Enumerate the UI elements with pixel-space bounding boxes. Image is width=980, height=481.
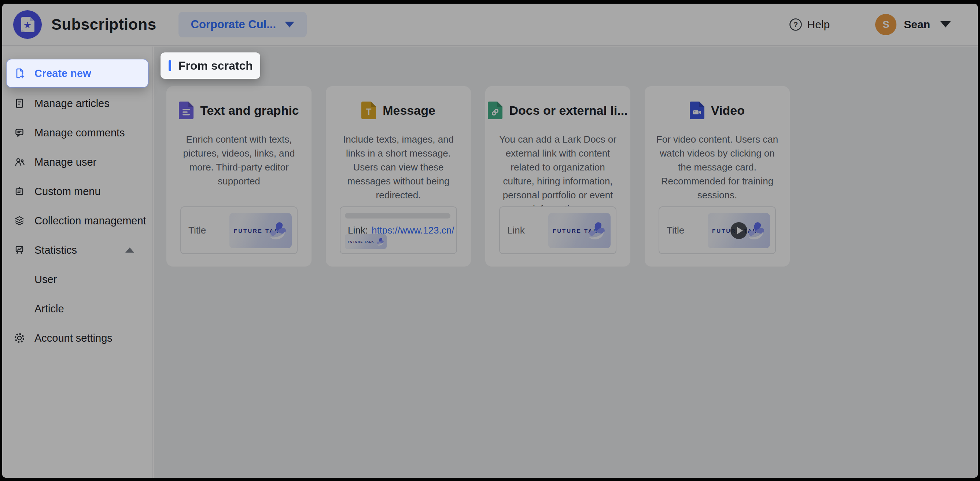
card-video[interactable]: Video For video content. Users can watch… — [645, 86, 790, 266]
preview-thumbnail-small: FUTURE TALK — [345, 234, 387, 249]
external-link-doc-icon — [488, 102, 503, 119]
help-button[interactable]: ? Help — [789, 18, 830, 31]
app-window: Subscriptions Corporate Cul... ? Help S … — [2, 4, 978, 478]
main-content: From scratch Text and graphic Enrich con… — [154, 46, 978, 478]
preview-thumbnail: FUTURE TALK — [708, 213, 770, 248]
layers-icon — [13, 215, 25, 227]
card-title: Docs or external li... — [509, 104, 627, 118]
preview-thumbnail: FUTURE TALK — [548, 213, 611, 248]
sidebar-item-statistics[interactable]: Statistics — [2, 236, 153, 265]
sidebar-item-account-settings[interactable]: Account settings — [2, 323, 153, 353]
card-message[interactable]: T Message Include texts, images, and lin… — [326, 86, 471, 266]
sidebar-item-label: Custom menu — [35, 185, 101, 197]
sidebar-item-statistics-article[interactable]: Article — [2, 294, 153, 323]
sidebar-item-label: Article — [35, 303, 64, 315]
card-header: Docs or external li... — [485, 102, 630, 119]
card-header: Video — [645, 102, 790, 119]
card-docs-or-external-link[interactable]: Docs or external li... You can add a Lar… — [485, 86, 630, 266]
preview-thumbnail: FUTURE TALK — [229, 213, 292, 248]
butterfly-logo-icon — [374, 236, 386, 247]
avatar[interactable]: S — [875, 14, 896, 35]
sidebar-item-label: Manage articles — [35, 97, 110, 110]
brand-text: FUTURE TALK — [348, 240, 374, 244]
play-button-icon — [730, 222, 747, 239]
chevron-down-icon — [285, 22, 294, 27]
card-title: Video — [711, 104, 745, 118]
card-title: Message — [383, 104, 435, 118]
workspace-selector-button[interactable]: Corporate Cul... — [178, 12, 307, 37]
sidebar-item-label: Manage comments — [35, 127, 125, 139]
workspace-selector-label: Corporate Cul... — [191, 18, 276, 31]
card-title: Text and graphic — [200, 104, 299, 118]
sidebar-item-label: Create new — [35, 67, 91, 80]
page-title: Subscriptions — [51, 16, 156, 33]
sidebar-item-custom-menu[interactable]: Custom menu — [2, 177, 153, 206]
document-icon — [13, 97, 25, 110]
butterfly-logo-icon — [263, 218, 291, 243]
text-placeholder-bar — [345, 213, 450, 218]
users-icon — [13, 156, 25, 168]
text-graphic-doc-icon — [179, 102, 194, 119]
card-preview: Title FUTURE TALK — [659, 206, 776, 254]
user-name: Sean — [904, 18, 930, 31]
butterfly-logo-icon — [582, 218, 610, 243]
sidebar-item-manage-comments[interactable]: Manage comments — [2, 118, 153, 147]
sidebar-item-collection-management[interactable]: Collection management — [2, 206, 153, 236]
preview-field-label: Link — [507, 225, 525, 236]
sidebar-item-statistics-user[interactable]: User — [2, 265, 153, 294]
subscriptions-logo-icon — [13, 10, 42, 39]
topbar: Subscriptions Corporate Cul... ? Help S … — [2, 4, 978, 46]
gear-icon — [13, 332, 25, 344]
topbar-right: ? Help S Sean — [789, 14, 951, 35]
card-preview: Link FUTURE TALK — [499, 206, 616, 254]
card-grid: Text and graphic Enrich content with tex… — [166, 86, 790, 266]
sidebar-item-label: Account settings — [35, 332, 113, 344]
card-text-and-graphic[interactable]: Text and graphic Enrich content with tex… — [166, 86, 312, 266]
card-header: T Message — [326, 102, 471, 119]
card-description: Include texts, images, and links in a sh… — [337, 132, 460, 202]
sidebar-item-label: User — [35, 274, 57, 285]
doc-plus-icon — [13, 67, 25, 80]
card-description: Enrich content with texts, pictures, vid… — [177, 132, 301, 188]
svg-text:?: ? — [793, 21, 797, 29]
section-accent-bar — [169, 60, 171, 71]
sidebar-item-label: Collection management — [35, 215, 146, 227]
sidebar-item-manage-articles[interactable]: Manage articles — [2, 89, 153, 118]
preview-field-label: Title — [667, 225, 684, 236]
sidebar-item-create-new[interactable]: Create new — [6, 59, 148, 87]
card-description: You can add a Lark Docs or external link… — [496, 132, 619, 216]
sidebar-item-label: Statistics — [35, 244, 77, 256]
card-preview: Title FUTURE TALK — [180, 206, 298, 254]
video-doc-icon — [690, 102, 705, 119]
comment-icon — [13, 126, 25, 139]
help-label: Help — [807, 18, 830, 31]
preview-field-label: Title — [188, 225, 206, 236]
section-title: From scratch — [178, 59, 253, 73]
card-preview: Link:https://www.123.cn/ FUTURE TALK — [340, 206, 457, 254]
card-header: Text and graphic — [166, 102, 312, 119]
chart-board-icon — [13, 244, 25, 256]
sidebar: Create new Manage articles Manage commen… — [2, 46, 153, 478]
section-header-from-scratch: From scratch — [161, 53, 260, 79]
sidebar-item-manage-user[interactable]: Manage user — [2, 147, 153, 177]
collapse-up-icon[interactable] — [125, 247, 134, 253]
menu-board-icon — [13, 185, 25, 197]
user-menu-chevron-icon[interactable] — [940, 21, 951, 27]
card-description: For video content. Users can watch video… — [655, 132, 779, 202]
svg-text:T: T — [366, 107, 372, 116]
sidebar-item-label: Manage user — [35, 156, 96, 168]
question-circle-icon: ? — [789, 18, 802, 31]
message-doc-icon: T — [361, 102, 376, 119]
